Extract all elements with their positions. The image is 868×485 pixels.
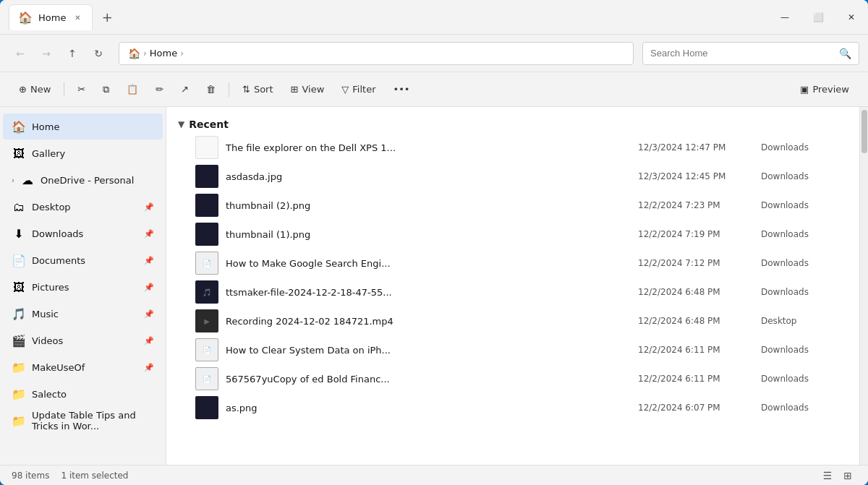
file-row[interactable]: ▶ Recording 2024-12-02 184721.mp4 12/2/2…: [166, 306, 859, 335]
file-row[interactable]: thumbnail (2).png 12/2/2024 7:23 PM Down…: [166, 191, 859, 220]
forward-button[interactable]: →: [35, 42, 58, 65]
home-tab[interactable]: 🏠 Home ✕: [9, 4, 93, 30]
file-location: Downloads: [761, 345, 848, 355]
up-button[interactable]: ↑: [61, 42, 84, 65]
share-icon: ↗: [181, 84, 189, 95]
close-button[interactable]: ✕: [835, 0, 868, 35]
file-date: 12/2/2024 6:48 PM: [638, 316, 754, 326]
filter-button[interactable]: ▽ Filter: [334, 78, 383, 101]
file-row[interactable]: asdasda.jpg 12/3/2024 12:45 PM Downloads: [166, 162, 859, 191]
preview-icon: ▣: [800, 84, 809, 95]
delete-button[interactable]: 🗑: [199, 78, 223, 101]
toolbar: ⊕ New ✂ ⧉ 📋 ✏ ↗ 🗑 ⇅ Sort ⊞ View: [0, 72, 868, 107]
search-box[interactable]: 🔍: [642, 42, 859, 65]
scrollbar-thumb[interactable]: [861, 110, 867, 153]
file-row[interactable]: 📄 How to Clear System Data on iPh... 12/…: [166, 335, 859, 364]
sidebar-item-documents[interactable]: 📄Documents📌: [3, 247, 163, 273]
sort-button[interactable]: ⇅ Sort: [235, 78, 281, 101]
file-name: thumbnail (2).png: [226, 200, 631, 211]
sidebar-item-gallery[interactable]: 🖼Gallery: [3, 140, 163, 166]
rename-button[interactable]: ✏: [148, 78, 171, 101]
list-view-button[interactable]: ☰: [819, 467, 836, 484]
section-collapse-icon: ▼: [178, 119, 184, 129]
maximize-button[interactable]: ⬜: [801, 0, 835, 35]
file-date: 12/2/2024 7:19 PM: [638, 229, 754, 239]
tab-area: 🏠 Home ✕ +: [9, 0, 768, 34]
path-sep-2: ›: [180, 48, 184, 59]
file-date: 12/3/2024 12:45 PM: [638, 171, 754, 181]
file-row[interactable]: 📄 How to Make Google Search Engi... 12/2…: [166, 249, 859, 278]
file-location: Downloads: [761, 229, 848, 239]
file-date: 12/3/2024 12:47 PM: [638, 142, 754, 153]
sidebar-icon-salecto: 📁: [12, 387, 26, 401]
sidebar-icon-update-table: 📁: [12, 414, 26, 428]
sidebar-icon-videos: 🎬: [12, 334, 26, 348]
preview-label: Preview: [812, 84, 849, 95]
file-name: 567567yuCopy of ed Bold Financ...: [226, 374, 631, 385]
back-button[interactable]: ←: [9, 42, 32, 65]
sidebar-label-downloads: Downloads: [32, 228, 138, 239]
expand-icon: ›: [12, 176, 14, 184]
tab-close-button[interactable]: ✕: [72, 12, 83, 23]
file-name: The file explorer on the Dell XPS 1...: [226, 142, 631, 153]
file-row[interactable]: 🎵 ttsmaker-file-2024-12-2-18-47-55... 12…: [166, 278, 859, 306]
file-row[interactable]: as.png 12/2/2024 6:07 PM Downloads: [166, 393, 859, 422]
sidebar-item-music[interactable]: 🎵Music📌: [3, 301, 163, 327]
file-thumbnail: [195, 194, 218, 217]
address-path[interactable]: 🏠 › Home ›: [119, 42, 634, 65]
sidebar-label-videos: Videos: [32, 335, 138, 346]
sidebar-icon-downloads: ⬇: [12, 227, 26, 241]
sidebar-label-salecto: Salecto: [32, 389, 154, 400]
sidebar-item-pictures[interactable]: 🖼Pictures📌: [3, 274, 163, 300]
copy-button[interactable]: ⧉: [95, 78, 116, 101]
view-icon: ⊞: [291, 84, 299, 95]
sidebar-item-makeuseof[interactable]: 📁MakeUseOf📌: [3, 354, 163, 380]
file-name: thumbnail (1).png: [226, 229, 631, 240]
paste-button[interactable]: 📋: [119, 78, 145, 101]
grid-view-button[interactable]: ⊞: [839, 467, 856, 484]
minimize-button[interactable]: —: [768, 0, 801, 35]
title-bar: 🏠 Home ✕ + — ⬜ ✕: [0, 0, 868, 35]
sidebar-icon-documents: 📄: [12, 254, 26, 267]
file-date: 12/2/2024 6:48 PM: [638, 287, 754, 297]
search-input[interactable]: [650, 48, 835, 59]
sidebar-item-desktop[interactable]: 🗂Desktop📌: [3, 194, 163, 220]
sidebar-item-update-table[interactable]: 📁Update Table Tips and Tricks in Wor...: [3, 408, 163, 434]
file-name: How to Clear System Data on iPh...: [226, 345, 631, 356]
preview-button[interactable]: ▣ Preview: [793, 78, 856, 101]
file-name: ttsmaker-file-2024-12-2-18-47-55...: [226, 287, 631, 298]
filter-label: Filter: [352, 84, 375, 95]
file-name: Recording 2024-12-02 184721.mp4: [226, 316, 631, 327]
recent-section-header[interactable]: ▼ Recent: [166, 113, 859, 133]
sidebar-item-downloads[interactable]: ⬇Downloads📌: [3, 220, 163, 246]
sidebar-item-salecto[interactable]: 📁Salecto: [3, 381, 163, 407]
new-label: New: [30, 84, 51, 95]
sidebar-item-onedrive[interactable]: ›☁OneDrive - Personal: [3, 167, 163, 193]
new-button[interactable]: ⊕ New: [12, 78, 58, 101]
new-tab-button[interactable]: +: [95, 6, 119, 29]
sidebar-item-home[interactable]: 🏠Home: [3, 113, 163, 140]
file-location: Downloads: [761, 200, 848, 210]
file-row[interactable]: 📄 567567yuCopy of ed Bold Financ... 12/2…: [166, 364, 859, 393]
pin-icon-documents: 📌: [144, 256, 154, 265]
sidebar-item-videos[interactable]: 🎬Videos📌: [3, 327, 163, 353]
sidebar-label-desktop: Desktop: [32, 202, 138, 213]
window-controls: — ⬜ ✕: [768, 0, 868, 34]
sidebar-icon-home: 🏠: [12, 120, 26, 134]
file-thumbnail: 📄: [195, 367, 218, 390]
status-bar: 98 items 1 item selected ☰ ⊞: [0, 465, 868, 485]
file-row[interactable]: The file explorer on the Dell XPS 1... 1…: [166, 133, 859, 162]
tab-title: Home: [38, 12, 66, 23]
view-button[interactable]: ⊞ View: [284, 78, 332, 101]
file-location: Downloads: [761, 171, 848, 181]
cut-button[interactable]: ✂: [70, 78, 93, 101]
share-button[interactable]: ↗: [174, 78, 196, 101]
refresh-button[interactable]: ↻: [87, 42, 110, 65]
more-icon: •••: [393, 84, 410, 95]
status-icons: ☰ ⊞: [819, 467, 856, 484]
more-button[interactable]: •••: [386, 78, 417, 101]
file-explorer-window: 🏠 Home ✕ + — ⬜ ✕ ← → ↑ ↻ 🏠 › Home › 🔍: [0, 0, 868, 485]
scrollbar-track[interactable]: [859, 107, 868, 465]
file-row[interactable]: thumbnail (1).png 12/2/2024 7:19 PM Down…: [166, 220, 859, 249]
search-icon: 🔍: [839, 48, 851, 59]
